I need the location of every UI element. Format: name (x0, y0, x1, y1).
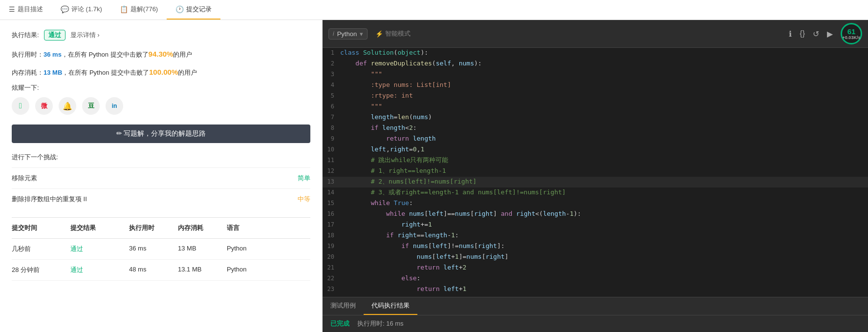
code-line-23: 23 return left+1 (323, 284, 868, 295)
tab-exec-result[interactable]: 代码执行结果 (364, 297, 417, 315)
comments-icon: 💬 (61, 5, 69, 13)
code-line-19: 19 if nums[left]!=nums[right]: (323, 241, 868, 252)
table-row: 28 分钟前 通过 48 ms 13.1 MB Python (12, 260, 310, 281)
code-line-22: 22 else: (323, 273, 868, 284)
code-line-3: 3 """ (323, 69, 868, 80)
smart-mode-button[interactable]: ⚡ 智能模式 (375, 29, 411, 38)
show-detail-link[interactable]: 显示详情 › (70, 31, 100, 40)
bottom-result-bar: 已完成 执行用时: 16 ms (323, 315, 868, 332)
undo-icon[interactable]: ↺ (813, 29, 819, 39)
code-line-9: 9 return length (323, 134, 868, 145)
smart-mode-label: 智能模式 (385, 29, 411, 38)
info-icon[interactable]: ℹ (789, 29, 792, 39)
share-label: 炫耀一下: (12, 83, 310, 92)
submission-table-header: 提交时间 提交结果 执行用时 内存消耗 语言 (12, 217, 310, 239)
submissions-icon: 🕐 (175, 5, 184, 13)
mem-stat: 内存消耗：13 MB，在所有 Python 提交中击败了100.00%的用户 (12, 65, 310, 79)
bottom-tabs: 测试用例 代码执行结果 (323, 297, 868, 315)
lang-icon: i (333, 30, 334, 37)
tab-submissions[interactable]: 🕐 提交记录 (167, 0, 220, 20)
lightning-icon: ⚡ (375, 30, 383, 38)
tab-submissions-label: 提交记录 (186, 5, 212, 14)
row1-exec: 48 ms (129, 266, 178, 274)
row0-result[interactable]: 通过 (70, 245, 129, 253)
col-header-result: 提交结果 (70, 224, 129, 232)
row0-time: 几秒前 (12, 245, 70, 253)
exec-time-middle: ，在所有 Python 提交中击败了 (62, 51, 149, 58)
description-icon: ☰ (9, 5, 15, 13)
braces-icon[interactable]: {} (800, 29, 805, 38)
speed-sub: +0.03K/s (843, 35, 861, 40)
left-panel: 执行结果: 通过 显示详情 › 执行用时：36 ms，在所有 Python 提交… (0, 20, 323, 332)
code-line-16: 16 while nums[left]==nums[right] and rig… (323, 209, 868, 220)
table-row: 几秒前 通过 36 ms 13 MB Python (12, 239, 310, 260)
share-bell-button[interactable]: 🔔 (59, 97, 76, 115)
challenge-name-1: 删除排序数组中的重复项 II (12, 195, 87, 204)
code-line-20: 20 nums[left+1]=nums[right] (323, 252, 868, 263)
share-douban-button[interactable]: 豆 (82, 97, 100, 115)
code-line-10: 10 left,right=0,1 (323, 145, 868, 155)
language-name: Python (337, 30, 357, 38)
editor-topbar: i Python ▾ ⚡ 智能模式 ℹ {} ↺ ▶ 61 +0.03K/s (323, 20, 868, 48)
solutions-icon: 📋 (120, 5, 128, 13)
share-wechat-button[interactable]:  (12, 97, 29, 115)
code-line-6: 6 """ (323, 102, 868, 112)
row1-time: 28 分钟前 (12, 266, 70, 274)
challenge-diff-1: 中等 (298, 195, 310, 204)
tab-solutions-label: 题解(776) (130, 5, 158, 14)
result-row: 执行结果: 通过 显示详情 › (12, 30, 310, 41)
col-header-time: 提交时间 (12, 224, 70, 232)
editor-toolbar-right: ℹ {} ↺ ▶ 61 +0.03K/s (789, 23, 862, 44)
mem-middle: ，在所有 Python 提交中击败了 (62, 69, 149, 76)
mem-pct: 100.00% (149, 68, 178, 76)
speed-number: 61 (847, 28, 856, 35)
code-line-7: 7 length=len(nums) (323, 112, 868, 123)
mem-suffix: 的用户 (178, 69, 197, 76)
tab-comments-label: 评论 (1.7k) (71, 5, 102, 14)
write-solution-button[interactable]: ✏ 写题解，分享我的解题思路 (12, 124, 310, 143)
code-line-21: 21 return left+2 (323, 263, 868, 273)
exec-time-stat: 执行用时：36 ms，在所有 Python 提交中击败了94.30%的用户 (12, 47, 310, 61)
code-line-17: 17 right+=1 (323, 220, 868, 230)
tab-comments[interactable]: 💬 评论 (1.7k) (52, 0, 111, 20)
challenge-item-0[interactable]: 移除元素 简单 (12, 167, 310, 188)
code-line-14: 14 # 3、或者right==length-1 and nums[left]!… (323, 187, 868, 198)
code-line-11: 11 # 跳出while只有两种可能 (323, 155, 868, 166)
speed-badge: 61 +0.03K/s (841, 23, 862, 44)
tab-description[interactable]: ☰ 题目描述 (0, 0, 52, 20)
exec-time-pct: 94.30% (149, 50, 174, 58)
chevron-down-icon: ▾ (360, 30, 363, 38)
mem-prefix: 内存消耗： (12, 69, 43, 76)
col-header-exec: 执行用时 (129, 224, 178, 232)
share-linkedin-button[interactable]: in (106, 97, 123, 115)
language-selector[interactable]: i Python ▾ (328, 28, 368, 40)
code-line-12: 12 # 1、right==length-1 (323, 166, 868, 177)
tab-testcase[interactable]: 测试用例 (323, 297, 364, 315)
challenge-item-1[interactable]: 删除排序数组中的重复项 II 中等 (12, 188, 310, 209)
next-challenge-label: 进行下一个挑战: (12, 153, 310, 162)
row0-mem: 13 MB (178, 245, 227, 253)
pass-badge: 通过 (44, 30, 65, 41)
row1-lang: Python (227, 266, 266, 274)
tab-solutions[interactable]: 📋 题解(776) (111, 0, 167, 20)
col-header-mem: 内存消耗 (178, 224, 227, 232)
main-layout: 执行结果: 通过 显示详情 › 执行用时：36 ms，在所有 Python 提交… (0, 20, 868, 332)
code-editor[interactable]: 1 class Solution(object): 2 def removeDu… (323, 48, 868, 297)
row0-lang: Python (227, 245, 266, 253)
code-line-8: 8 if length<2: (323, 123, 868, 134)
col-header-lang: 语言 (227, 224, 266, 232)
code-line-13: 13 # 2、nums[left]!=nums[right] (323, 177, 868, 187)
right-panel: i Python ▾ ⚡ 智能模式 ℹ {} ↺ ▶ 61 +0.03K/s (323, 20, 868, 332)
result-label: 执行结果: (12, 31, 39, 40)
run-icon[interactable]: ▶ (827, 29, 833, 39)
share-icons:  微 🔔 豆 in (12, 97, 310, 115)
code-line-1: 1 class Solution(object): (323, 48, 868, 59)
challenge-diff-0: 简单 (298, 174, 310, 183)
exec-time-value: 36 ms (43, 51, 62, 58)
challenge-name-0: 移除元素 (12, 174, 37, 183)
share-weibo-button[interactable]: 微 (35, 97, 53, 115)
row1-result[interactable]: 通过 (70, 266, 129, 274)
tab-description-label: 题目描述 (18, 5, 43, 14)
exec-time-prefix: 执行用时： (12, 51, 43, 58)
row1-mem: 13.1 MB (178, 266, 227, 274)
